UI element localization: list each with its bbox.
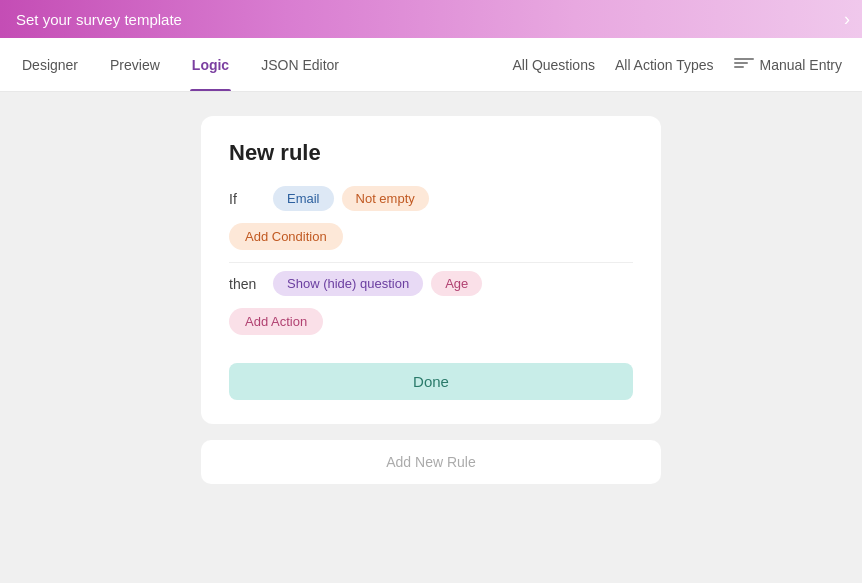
add-action-row: Add Action — [229, 308, 633, 335]
add-action-button[interactable]: Add Action — [229, 308, 323, 335]
all-questions-filter[interactable]: All Questions — [512, 57, 594, 73]
rule-title: New rule — [229, 140, 633, 166]
banner-title: Set your survey template — [16, 11, 182, 28]
main-content: New rule If Email Not empty Add Conditio… — [0, 92, 862, 583]
condition-field-chip[interactable]: Email — [273, 186, 334, 211]
all-action-types-filter[interactable]: All Action Types — [615, 57, 714, 73]
add-condition-button[interactable]: Add Condition — [229, 223, 343, 250]
add-condition-row: Add Condition — [229, 223, 633, 250]
done-button[interactable]: Done — [229, 363, 633, 400]
action-row: then Show (hide) question Age — [229, 271, 633, 296]
action-target-chip[interactable]: Age — [431, 271, 482, 296]
then-label: then — [229, 276, 265, 292]
manual-entry-button[interactable]: Manual Entry — [734, 57, 842, 73]
nav-bar: Designer Preview Logic JSON Editor All Q… — [0, 38, 862, 92]
nav-right: All Questions All Action Types Manual En… — [512, 57, 842, 73]
tab-json-editor[interactable]: JSON Editor — [259, 38, 341, 91]
condition-row: If Email Not empty — [229, 186, 633, 211]
banner-arrow[interactable]: › — [844, 9, 850, 30]
tab-logic[interactable]: Logic — [190, 38, 231, 91]
condition-operator-chip[interactable]: Not empty — [342, 186, 429, 211]
manual-entry-icon — [734, 58, 754, 72]
tab-preview[interactable]: Preview — [108, 38, 162, 91]
tab-designer[interactable]: Designer — [20, 38, 80, 91]
add-new-rule-card[interactable]: Add New Rule — [201, 440, 661, 484]
action-type-chip[interactable]: Show (hide) question — [273, 271, 423, 296]
nav-left: Designer Preview Logic JSON Editor — [20, 38, 341, 91]
manual-entry-label: Manual Entry — [760, 57, 842, 73]
add-new-rule-label: Add New Rule — [386, 454, 476, 470]
rule-card: New rule If Email Not empty Add Conditio… — [201, 116, 661, 424]
top-banner: Set your survey template › — [0, 0, 862, 38]
if-label: If — [229, 191, 265, 207]
separator — [229, 262, 633, 263]
